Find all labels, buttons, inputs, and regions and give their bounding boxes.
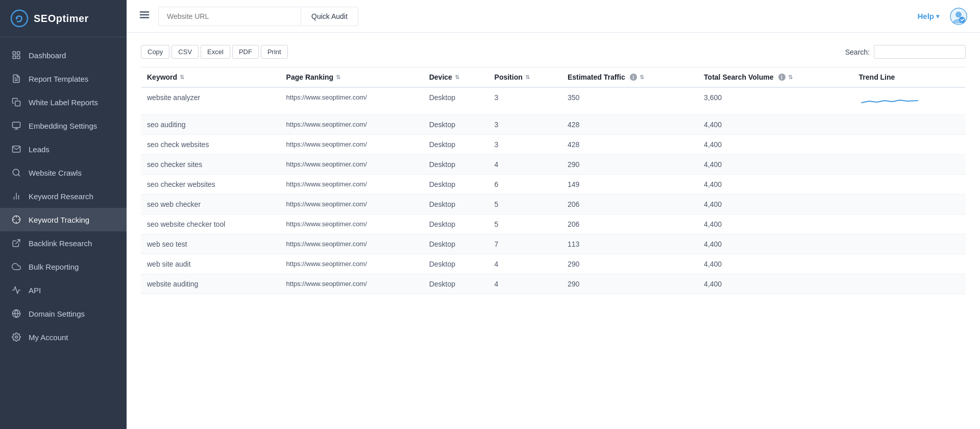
svg-rect-8 — [15, 101, 20, 106]
table-row: web seo test https://www.seoptimer.com/ … — [141, 234, 966, 254]
td-device: Desktop — [423, 234, 488, 254]
td-keyword: website analyzer — [141, 87, 280, 115]
settings-icon — [11, 332, 21, 342]
bar-chart-icon — [11, 191, 21, 201]
td-trend-line — [853, 234, 966, 254]
print-button[interactable]: Print — [261, 45, 288, 59]
sidebar-item-backlink-research-label: Backlink Research — [29, 239, 92, 248]
csv-button[interactable]: CSV — [172, 45, 199, 59]
svg-rect-4 — [17, 56, 20, 59]
monitor-icon — [11, 121, 21, 131]
th-total-search-volume[interactable]: Total Search Volume i ⇅ — [698, 67, 852, 88]
sidebar-item-domain-settings[interactable]: Domain Settings — [0, 302, 127, 325]
table-header-row: Keyword⇅ Page Ranking⇅ Device⇅ Position⇅… — [141, 67, 966, 88]
td-page-ranking[interactable]: https://www.seoptimer.com/ — [280, 254, 423, 274]
td-device: Desktop — [423, 274, 488, 294]
td-keyword: web site audit — [141, 254, 280, 274]
sidebar-item-website-crawls-label: Website Crawls — [29, 169, 82, 177]
search-area: Search: — [845, 45, 966, 59]
td-page-ranking[interactable]: https://www.seoptimer.com/ — [280, 155, 423, 175]
excel-button[interactable]: Excel — [201, 45, 230, 59]
td-page-ranking[interactable]: https://www.seoptimer.com/ — [280, 175, 423, 195]
td-device: Desktop — [423, 254, 488, 274]
sort-icon-device: ⇅ — [455, 74, 459, 81]
sidebar-item-bulk-reporting-label: Bulk Reporting — [29, 263, 79, 271]
help-chevron-icon: ▾ — [936, 13, 939, 20]
td-page-ranking[interactable]: https://www.seoptimer.com/ — [280, 195, 423, 214]
td-position: 4 — [488, 155, 561, 175]
sidebar-logo: SEOptimer — [0, 0, 127, 37]
sidebar-item-backlink-research[interactable]: Backlink Research — [0, 231, 127, 255]
td-page-ranking[interactable]: https://www.seoptimer.com/ — [280, 115, 423, 135]
table-row: website auditing https://www.seoptimer.c… — [141, 274, 966, 294]
sort-icon-estimated-traffic: ⇅ — [640, 74, 644, 81]
sidebar-navigation: Dashboard Report Templates White Label R… — [0, 37, 127, 355]
th-page-ranking-label: Page Ranking — [286, 73, 334, 81]
td-estimated-traffic: 350 — [561, 87, 698, 115]
td-position: 5 — [488, 195, 561, 214]
sidebar-item-keyword-tracking-label: Keyword Tracking — [29, 216, 89, 224]
pdf-button[interactable]: PDF — [232, 45, 259, 59]
keyword-tracking-table: Keyword⇅ Page Ranking⇅ Device⇅ Position⇅… — [141, 67, 966, 294]
td-page-ranking[interactable]: https://www.seoptimer.com/ — [280, 274, 423, 294]
td-position: 7 — [488, 234, 561, 254]
td-trend-line — [853, 175, 966, 195]
main-area: Quick Audit Help ▾ Copy CSV Excel PDF Pr… — [127, 0, 980, 429]
th-estimated-traffic[interactable]: Estimated Traffic i ⇅ — [561, 67, 698, 88]
th-page-ranking[interactable]: Page Ranking⇅ — [280, 67, 423, 88]
sidebar-item-dashboard[interactable]: Dashboard — [0, 43, 127, 67]
th-device[interactable]: Device⇅ — [423, 67, 488, 88]
estimated-traffic-info-icon[interactable]: i — [630, 74, 637, 81]
sidebar-item-my-account-label: My Account — [29, 333, 68, 342]
quick-audit-button[interactable]: Quick Audit — [301, 7, 358, 26]
search-label: Search: — [845, 48, 870, 56]
help-label: Help — [917, 12, 934, 20]
sidebar-item-report-templates[interactable]: Report Templates — [0, 67, 127, 90]
sidebar-item-domain-settings-label: Domain Settings — [29, 309, 85, 318]
sidebar-item-bulk-reporting[interactable]: Bulk Reporting — [0, 255, 127, 278]
td-total-search-volume: 4,400 — [698, 254, 852, 274]
sidebar-item-api[interactable]: API — [0, 278, 127, 302]
td-trend-line — [853, 254, 966, 274]
sort-icon-page-ranking: ⇅ — [336, 74, 340, 81]
website-url-input[interactable] — [158, 7, 301, 26]
total-search-volume-info-icon[interactable]: i — [778, 74, 786, 81]
copy-button[interactable]: Copy — [141, 45, 169, 59]
td-device: Desktop — [423, 135, 488, 155]
crosshair-icon — [11, 214, 21, 225]
svg-point-30 — [955, 11, 962, 17]
td-page-ranking[interactable]: https://www.seoptimer.com/ — [280, 234, 423, 254]
th-position[interactable]: Position⇅ — [488, 67, 561, 88]
help-dropdown-button[interactable]: Help ▾ — [917, 12, 939, 20]
main-content: Copy CSV Excel PDF Print Search: Keyword… — [127, 33, 980, 429]
th-trend-line-label: Trend Line — [859, 73, 895, 81]
external-link-icon — [11, 238, 21, 248]
sidebar-item-white-label[interactable]: White Label Reports — [0, 90, 127, 114]
svg-rect-9 — [13, 122, 20, 128]
th-keyword[interactable]: Keyword⇅ — [141, 67, 280, 88]
th-trend-line: Trend Line — [853, 67, 966, 88]
sidebar-item-embedding[interactable]: Embedding Settings — [0, 114, 127, 137]
td-page-ranking[interactable]: https://www.seoptimer.com/ — [280, 135, 423, 155]
td-total-search-volume: 4,400 — [698, 175, 852, 195]
search-icon — [11, 168, 21, 178]
sidebar-item-keyword-tracking[interactable]: Keyword Tracking — [0, 208, 127, 231]
table-row: seo checker websites https://www.seoptim… — [141, 175, 966, 195]
sidebar-item-my-account[interactable]: My Account — [0, 325, 127, 349]
sidebar-item-website-crawls[interactable]: Website Crawls — [0, 161, 127, 184]
table-row: web site audit https://www.seoptimer.com… — [141, 254, 966, 274]
globe-icon — [11, 308, 21, 319]
td-position: 4 — [488, 274, 561, 294]
hamburger-menu-button[interactable] — [139, 9, 150, 23]
td-estimated-traffic: 428 — [561, 115, 698, 135]
td-trend-line — [853, 135, 966, 155]
user-avatar-button[interactable] — [949, 7, 968, 26]
td-page-ranking[interactable]: https://www.seoptimer.com/ — [280, 87, 423, 115]
td-total-search-volume: 4,400 — [698, 135, 852, 155]
td-page-ranking[interactable]: https://www.seoptimer.com/ — [280, 214, 423, 234]
sidebar-item-keyword-research[interactable]: Keyword Research — [0, 184, 127, 208]
search-input[interactable] — [874, 45, 966, 59]
sidebar-item-leads[interactable]: Leads — [0, 137, 127, 161]
grid-icon — [11, 50, 21, 60]
api-icon — [11, 285, 21, 295]
